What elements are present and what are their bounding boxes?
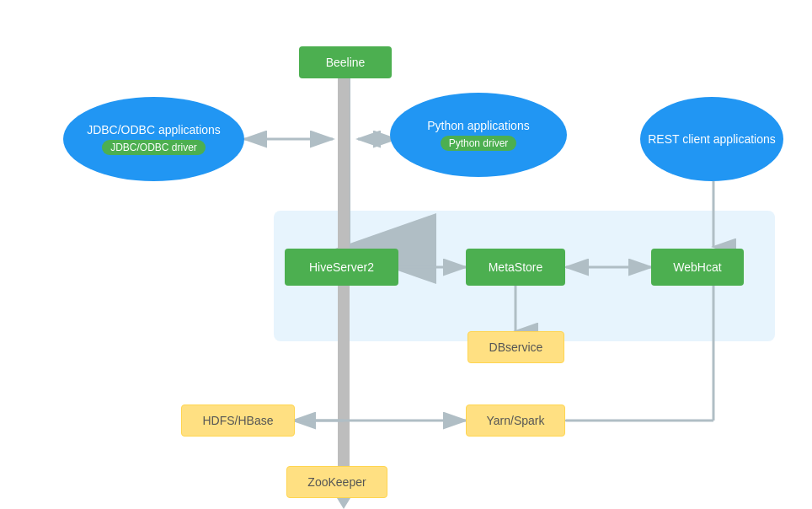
rest-ellipse: REST client applications [640, 97, 783, 181]
rest-label: REST client applications [648, 132, 775, 146]
hiveserver2-label: HiveServer2 [309, 260, 374, 274]
dbservice-box: DBservice [467, 331, 564, 363]
jdbc-driver-badge: JDBC/ODBC driver [102, 140, 206, 155]
beeline-label: Beeline [326, 56, 366, 69]
yarn-spark-label: Yarn/Spark [487, 414, 545, 427]
beeline-box: Beeline [299, 46, 392, 78]
webhcat-box: WebHcat [651, 249, 744, 286]
python-ellipse: Python applications Python driver [390, 93, 567, 177]
python-driver-badge: Python driver [441, 136, 517, 151]
hdfs-hbase-box: HDFS/HBase [181, 405, 295, 437]
webhcat-label: WebHcat [673, 260, 721, 274]
python-label: Python applications [427, 119, 529, 132]
hiveserver2-box: HiveServer2 [285, 249, 398, 286]
hdfs-hbase-label: HDFS/HBase [202, 414, 273, 427]
yarn-spark-box: Yarn/Spark [466, 405, 565, 437]
architecture-diagram: JDBC/ODBC applications JDBC/ODBC driver … [0, 0, 812, 509]
zookeeper-label: ZooKeeper [307, 475, 366, 489]
metastore-label: MetaStore [489, 260, 543, 274]
dbservice-label: DBservice [489, 340, 543, 354]
jdbc-label: JDBC/ODBC applications [87, 123, 221, 137]
jdbc-ellipse: JDBC/ODBC applications JDBC/ODBC driver [63, 97, 244, 181]
svg-marker-9 [337, 498, 350, 509]
zookeeper-box: ZooKeeper [286, 466, 387, 498]
metastore-box: MetaStore [466, 249, 565, 286]
